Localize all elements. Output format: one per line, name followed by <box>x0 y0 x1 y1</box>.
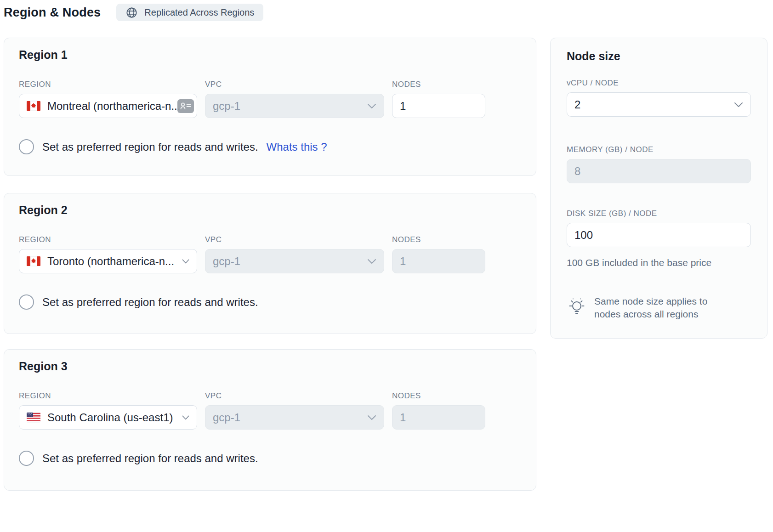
region-2-region-value: Toronto (northamerica-n... <box>47 255 174 268</box>
region-label: REGION <box>19 80 197 89</box>
region-3-preferred-radio[interactable] <box>19 451 34 466</box>
chevron-down-icon <box>178 415 189 420</box>
region-1-vpc-select: gcp-1 <box>205 94 384 118</box>
memory-input <box>567 159 751 183</box>
vpc-label: VPC <box>205 391 384 401</box>
vpc-label: VPC <box>205 235 384 244</box>
globe-icon <box>125 6 138 19</box>
region-2-card: Region 2 REGION Toronto (northamerica-n.… <box>4 193 536 334</box>
region-3-preferred-label: Set as preferred region for reads and wr… <box>42 452 258 465</box>
nodes-label: NODES <box>392 391 485 401</box>
canada-flag-icon <box>27 256 40 266</box>
region-3-card: Region 3 REGION <box>4 349 536 491</box>
node-size-card: Node size vCPU / NODE 2 MEMORY (GB) / NO… <box>550 38 767 339</box>
chevron-down-icon <box>730 102 743 108</box>
vcpu-value: 2 <box>574 98 580 111</box>
cursor-artifact-icon <box>177 99 194 113</box>
disk-size-note: 100 GB included in the base price <box>567 257 751 268</box>
node-size-hint: Same node size applies to nodes across a… <box>594 295 723 321</box>
canada-flag-icon <box>27 101 40 111</box>
region-2-region-select[interactable]: Toronto (northamerica-n... <box>19 249 197 273</box>
region-2-preferred-label: Set as preferred region for reads and wr… <box>42 296 258 309</box>
region-label: REGION <box>19 235 197 244</box>
memory-label: MEMORY (GB) / NODE <box>567 145 751 154</box>
region-1-preferred-label: Set as preferred region for reads and wr… <box>42 141 258 153</box>
replication-badge-label: Replicated Across Regions <box>144 7 254 18</box>
page-title: Region & Nodes <box>4 6 101 20</box>
region-3-region-value: South Carolina (us-east1) <box>47 411 173 424</box>
vcpu-label: vCPU / NODE <box>567 79 751 88</box>
region-2-nodes-input <box>392 249 485 273</box>
region-1-region-select[interactable]: Montreal (northamerica-n... <box>19 94 197 118</box>
replication-badge: Replicated Across Regions <box>116 4 263 21</box>
region-2-vpc-select: gcp-1 <box>205 249 384 273</box>
region-1-card: Region 1 REGION Montreal (northamerica-n… <box>4 38 536 176</box>
region-label: REGION <box>19 391 197 401</box>
region-3-vpc-select: gcp-1 <box>205 405 384 430</box>
region-3-nodes-input <box>392 405 485 430</box>
region-2-preferred-radio[interactable] <box>19 294 34 310</box>
region-3-vpc-value: gcp-1 <box>213 411 240 424</box>
nodes-label: NODES <box>392 235 485 244</box>
node-size-heading: Node size <box>567 50 751 63</box>
region-1-preferred-radio[interactable] <box>19 139 34 154</box>
region-3-heading: Region 3 <box>19 360 521 373</box>
region-1-vpc-value: gcp-1 <box>213 100 240 113</box>
page-header: Region & Nodes Replicated Across Regions <box>4 4 263 21</box>
region-2-heading: Region 2 <box>19 204 521 217</box>
vpc-label: VPC <box>205 80 384 89</box>
region-1-heading: Region 1 <box>19 48 521 62</box>
vcpu-select[interactable]: 2 <box>567 92 751 117</box>
whats-this-link[interactable]: Whats this ? <box>267 141 327 153</box>
disk-size-label: DISK SIZE (GB) / NODE <box>567 209 751 218</box>
region-2-vpc-value: gcp-1 <box>213 255 240 268</box>
chevron-down-icon <box>364 103 376 109</box>
lightbulb-icon <box>567 296 587 317</box>
disk-size-input[interactable] <box>567 223 751 247</box>
nodes-label: NODES <box>392 80 485 89</box>
chevron-down-icon <box>178 259 189 264</box>
chevron-down-icon <box>364 259 376 264</box>
us-flag-icon <box>27 412 40 423</box>
chevron-down-icon <box>364 415 376 420</box>
region-1-nodes-input[interactable] <box>392 94 485 118</box>
region-1-region-value: Montreal (northamerica-n... <box>47 100 180 113</box>
region-3-region-select[interactable]: South Carolina (us-east1) <box>19 405 197 430</box>
